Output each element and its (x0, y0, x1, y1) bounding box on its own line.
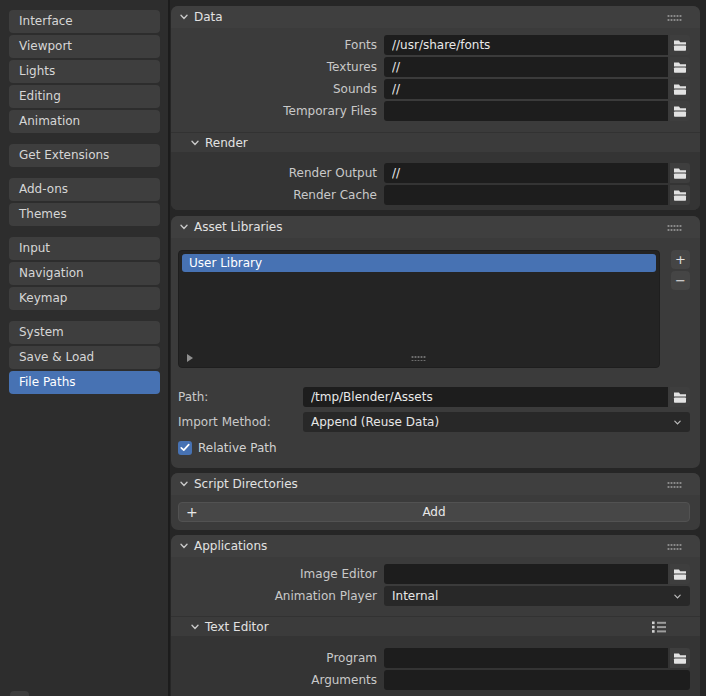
sidebar-item-navigation[interactable]: Navigation (9, 262, 160, 285)
animation-player-row: Animation Player Internal (178, 586, 690, 606)
temporary-files-row: Temporary Files (178, 101, 690, 121)
program-row: Program (178, 648, 690, 668)
folder-icon (673, 189, 687, 202)
render-cache-browse-button[interactable] (670, 185, 690, 205)
fonts-label: Fonts (178, 38, 384, 52)
panel-data-header[interactable]: Data (171, 6, 700, 28)
sidebar-item-system[interactable]: System (9, 321, 160, 344)
import-method-label: Import Method: (178, 415, 303, 429)
sidebar-item-animation[interactable]: Animation (9, 110, 160, 133)
library-path-browse-button[interactable] (670, 387, 690, 407)
image-editor-browse-button[interactable] (670, 564, 690, 584)
folder-icon (673, 105, 687, 118)
add-script-directory-button[interactable]: + Add (178, 502, 690, 522)
animation-player-dropdown[interactable]: Internal (384, 586, 690, 606)
panel-applications-header[interactable]: Applications (171, 535, 700, 557)
library-path-input[interactable] (303, 387, 668, 407)
panel-drag-grip-icon[interactable] (667, 481, 682, 488)
panel-script-directories: Script Directories + Add (171, 473, 700, 530)
image-editor-row: Image Editor (178, 564, 690, 584)
remove-asset-library-button[interactable]: − (671, 271, 690, 290)
panel-applications: Applications Image Editor Animation Play… (171, 535, 700, 696)
textures-browse-button[interactable] (670, 57, 690, 77)
subpanel-text-editor-title: Text Editor (205, 620, 269, 634)
panel-data-body: Fonts Textures Sounds (171, 28, 700, 210)
panel-asset-libraries: Asset Libraries User Library + − Path: (171, 216, 700, 468)
arguments-input[interactable] (384, 670, 690, 690)
render-cache-path-input[interactable] (384, 185, 668, 205)
subpanel-render-header[interactable]: Render (171, 133, 700, 152)
temporary-files-path-input[interactable] (384, 101, 668, 121)
relative-path-row: Relative Path (178, 440, 690, 455)
sidebar-item-viewport[interactable]: Viewport (9, 35, 160, 58)
relative-path-label: Relative Path (198, 441, 277, 455)
temporary-files-browse-button[interactable] (670, 101, 690, 121)
chevron-down-icon (179, 479, 189, 489)
list-filter-expander-icon[interactable] (187, 354, 193, 362)
panel-script-directories-header[interactable]: Script Directories (171, 473, 700, 495)
checkmark-icon (180, 443, 190, 452)
program-browse-button[interactable] (670, 648, 690, 668)
panel-drag-grip-icon[interactable] (667, 14, 682, 21)
program-label: Program (178, 651, 384, 665)
panel-asset-libraries-title: Asset Libraries (194, 220, 282, 234)
nav-menu-button[interactable] (10, 691, 29, 696)
panel-drag-grip-icon[interactable] (667, 543, 682, 550)
fonts-path-input[interactable] (384, 35, 668, 55)
bullet-list-icon[interactable] (651, 620, 668, 634)
sounds-row: Sounds (178, 79, 690, 99)
textures-row: Textures (178, 57, 690, 77)
sidebar-item-input[interactable]: Input (9, 237, 160, 260)
sidebar-item-get-extensions[interactable]: Get Extensions (9, 144, 160, 167)
panel-data: Data Fonts Textures Sounds (171, 6, 700, 210)
relative-path-checkbox[interactable] (178, 441, 192, 455)
folder-icon (673, 39, 687, 52)
sidebar-item-themes[interactable]: Themes (9, 203, 160, 226)
sounds-browse-button[interactable] (670, 79, 690, 99)
plus-icon: + (186, 504, 198, 520)
panel-drag-grip-icon[interactable] (667, 224, 682, 231)
sidebar-group-addons: Add-ons Themes (9, 178, 160, 226)
sidebar-item-file-paths[interactable]: File Paths (9, 371, 160, 394)
animation-player-label: Animation Player (178, 589, 384, 603)
program-path-input[interactable] (384, 648, 668, 668)
render-cache-row: Render Cache (178, 185, 690, 205)
subpanel-render-body: Render Output Render Cache (171, 152, 700, 210)
chevron-down-icon (190, 138, 200, 148)
panel-applications-title: Applications (194, 539, 267, 553)
fonts-browse-button[interactable] (670, 35, 690, 55)
asset-library-list[interactable]: User Library (178, 250, 660, 368)
asset-library-list-buttons: + − (671, 250, 690, 368)
sidebar-item-editing[interactable]: Editing (9, 85, 160, 108)
render-output-path-input[interactable] (384, 163, 668, 183)
sidebar-group-system: System Save & Load File Paths (9, 321, 160, 394)
folder-icon (673, 167, 687, 180)
sidebar-group-general: Interface Viewport Lights Editing Animat… (9, 10, 160, 133)
preferences-sidebar: Interface Viewport Lights Editing Animat… (0, 0, 168, 696)
sidebar-item-save-load[interactable]: Save & Load (9, 346, 160, 369)
textures-label: Textures (178, 60, 384, 74)
asset-library-list-item[interactable]: User Library (182, 254, 656, 272)
sidebar-item-keymap[interactable]: Keymap (9, 287, 160, 310)
sounds-path-input[interactable] (384, 79, 668, 99)
animation-player-value: Internal (392, 589, 438, 603)
sidebar-group-extensions: Get Extensions (9, 144, 160, 167)
library-path-label: Path: (178, 390, 303, 404)
asset-library-list-footer (187, 353, 651, 363)
render-output-browse-button[interactable] (670, 163, 690, 183)
arguments-row: Arguments (178, 670, 690, 690)
import-method-dropdown[interactable]: Append (Reuse Data) (303, 412, 690, 432)
add-asset-library-button[interactable]: + (671, 250, 690, 269)
sidebar-item-lights[interactable]: Lights (9, 60, 160, 83)
subpanel-text-editor-body: Program Arguments (171, 636, 700, 696)
textures-path-input[interactable] (384, 57, 668, 77)
subpanel-text-editor-header[interactable]: Text Editor (171, 617, 700, 636)
chevron-down-icon (179, 222, 189, 232)
folder-icon (673, 652, 687, 665)
panel-asset-libraries-header[interactable]: Asset Libraries (171, 216, 700, 238)
image-editor-path-input[interactable] (384, 564, 668, 584)
folder-icon (673, 391, 687, 404)
sidebar-item-interface[interactable]: Interface (9, 10, 160, 33)
sidebar-item-addons[interactable]: Add-ons (9, 178, 160, 201)
list-resize-grip-icon[interactable] (411, 355, 426, 361)
